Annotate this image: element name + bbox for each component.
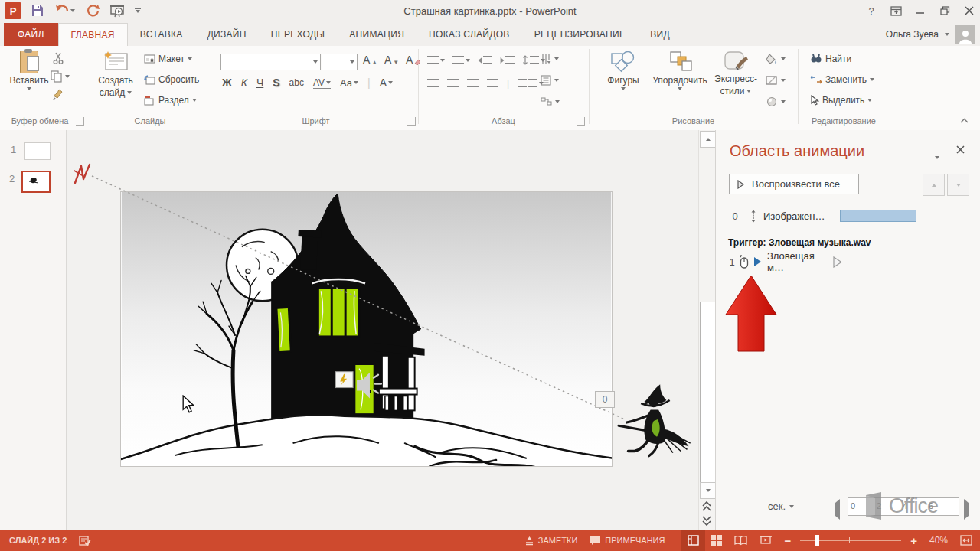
replace-button[interactable]: Заменить — [810, 74, 874, 85]
tab-insert[interactable]: ВСТАВКА — [128, 23, 195, 46]
animation-item-0[interactable]: 0 Изображен… — [727, 207, 972, 225]
quick-styles-button[interactable]: Экспресс- стили — [712, 51, 760, 96]
underline-button[interactable]: Ч — [256, 77, 263, 89]
avatar[interactable] — [956, 25, 975, 44]
vertical-scrollbar[interactable] — [698, 130, 716, 530]
zoom-slider-track[interactable] — [800, 540, 901, 541]
text-direction-button[interactable] — [541, 54, 559, 64]
layout-button[interactable]: Макет — [144, 54, 192, 64]
previous-slide-button[interactable] — [702, 501, 711, 512]
timeline-scroll-left[interactable] — [835, 503, 840, 517]
grow-font-button[interactable]: А▲ — [363, 54, 377, 66]
shapes-button[interactable]: Фигуры — [599, 51, 648, 90]
find-button[interactable]: Найти — [810, 54, 851, 64]
font-size-combo[interactable] — [322, 54, 358, 70]
user-account[interactable]: Ольга Зуева — [886, 25, 975, 44]
font-name-combo[interactable] — [220, 54, 321, 70]
bullets-button[interactable] — [427, 56, 445, 65]
section-button[interactable]: Раздел — [144, 95, 197, 106]
zoom-out-button[interactable]: − — [778, 530, 797, 551]
increase-indent-button[interactable] — [500, 56, 514, 65]
bold-button[interactable]: Ж — [222, 77, 232, 89]
pane-close-icon[interactable] — [956, 145, 965, 154]
slideshow-view-button[interactable] — [753, 530, 778, 551]
italic-button[interactable]: К — [241, 77, 247, 89]
slide-1-thumbnail[interactable] — [24, 142, 51, 160]
shape-outline-button[interactable] — [766, 75, 786, 86]
tab-file[interactable]: ФАЙЛ — [4, 23, 58, 46]
slide-2-thumbnail[interactable] — [21, 171, 51, 193]
paste-button[interactable]: Вставить — [8, 51, 51, 90]
restore-icon[interactable] — [937, 3, 952, 18]
slide-sorter-view-button[interactable] — [705, 530, 728, 551]
shrink-font-button[interactable]: А▼ — [384, 54, 399, 66]
scroll-up-button[interactable] — [700, 131, 716, 148]
align-center-button[interactable] — [447, 79, 459, 88]
comments-toggle[interactable]: ПРИМЕЧАНИЯ — [583, 530, 671, 551]
convert-to-smartart-button[interactable] — [541, 96, 560, 106]
change-case-button[interactable]: Aa — [340, 77, 358, 89]
motion-path-effect-icon — [750, 210, 757, 223]
close-icon[interactable] — [962, 3, 977, 18]
tab-view[interactable]: ВИД — [638, 23, 682, 46]
paragraph-dialog-launcher[interactable] — [577, 117, 585, 126]
spell-check-icon[interactable] — [73, 530, 97, 551]
shape-effects-button[interactable] — [766, 96, 786, 107]
character-spacing-button[interactable]: AV — [313, 77, 331, 89]
fit-to-window-button[interactable] — [954, 530, 978, 551]
align-left-button[interactable] — [427, 79, 439, 88]
seconds-dropdown[interactable]: сек. — [768, 500, 794, 512]
tab-home[interactable]: ГЛАВНАЯ — [58, 23, 128, 46]
numbering-button[interactable] — [452, 56, 470, 65]
cut-button[interactable] — [52, 52, 64, 64]
reading-view-button[interactable] — [728, 530, 753, 551]
tab-review[interactable]: РЕЦЕНЗИРОВАНИЕ — [522, 23, 639, 46]
strikethrough-button[interactable]: abc — [289, 77, 304, 88]
motion-path-start-marker[interactable] — [72, 161, 95, 187]
scrollbar-thumb[interactable] — [700, 302, 716, 485]
clipboard-dialog-launcher[interactable] — [76, 117, 84, 126]
zoom-in-button[interactable]: + — [904, 530, 923, 551]
justify-button[interactable] — [487, 79, 498, 88]
shape-fill-button[interactable] — [766, 54, 786, 64]
text-shadow-button[interactable]: S — [273, 77, 279, 89]
timeline-scroll-right[interactable] — [964, 503, 969, 517]
tab-slideshow[interactable]: ПОКАЗ СЛАЙДОВ — [416, 23, 522, 46]
next-slide-button[interactable] — [702, 515, 711, 526]
pane-menu-icon[interactable] — [935, 148, 939, 162]
format-painter-button[interactable] — [52, 89, 64, 101]
help-icon[interactable]: ? — [864, 3, 879, 18]
tab-animations[interactable]: АНИМАЦИЯ — [337, 23, 416, 46]
slide-canvas[interactable] — [120, 191, 612, 467]
scroll-down-button[interactable] — [700, 482, 716, 499]
collapse-ribbon-button[interactable] — [960, 118, 969, 123]
play-all-button[interactable]: Воспроизвести все — [729, 174, 859, 194]
tab-design[interactable]: ДИЗАЙН — [195, 23, 259, 46]
move-earlier-button[interactable] — [923, 174, 945, 196]
normal-view-button[interactable] — [681, 530, 705, 551]
slide-indicator[interactable]: СЛАЙД 2 ИЗ 2 — [3, 530, 73, 551]
reset-button[interactable]: Сбросить — [144, 74, 199, 85]
zoom-slider[interactable] — [797, 530, 904, 551]
align-right-button[interactable] — [467, 79, 479, 88]
ribbon-display-options-icon[interactable] — [888, 3, 903, 18]
font-dialog-launcher[interactable] — [407, 117, 416, 126]
align-text-button[interactable] — [541, 75, 559, 86]
arrange-button[interactable]: Упорядочить — [649, 51, 710, 90]
tab-transitions[interactable]: ПЕРЕХОДЫ — [259, 23, 337, 46]
copy-button[interactable] — [51, 70, 70, 83]
select-button[interactable]: Выделить — [810, 95, 872, 106]
decrease-indent-button[interactable] — [478, 56, 492, 65]
witch-picture[interactable] — [617, 381, 697, 461]
minimize-icon[interactable] — [913, 3, 928, 18]
notes-toggle[interactable]: ЗАМЕТКИ — [518, 530, 584, 551]
move-later-button[interactable] — [947, 174, 969, 196]
zoom-level[interactable]: 40% — [923, 530, 954, 551]
animation-item-0-timeline-bar[interactable] — [840, 210, 916, 222]
new-slide-button[interactable]: Создать слайд — [92, 51, 139, 98]
clear-formatting-button[interactable]: А — [406, 54, 421, 66]
zoom-slider-thumb[interactable] — [815, 535, 819, 546]
animation-item-1[interactable]: 1 Зловещая м… — [727, 253, 972, 271]
font-color-button[interactable]: А — [380, 77, 393, 89]
timeline-ruler[interactable]: 0 2 4 6 — [848, 497, 959, 516]
